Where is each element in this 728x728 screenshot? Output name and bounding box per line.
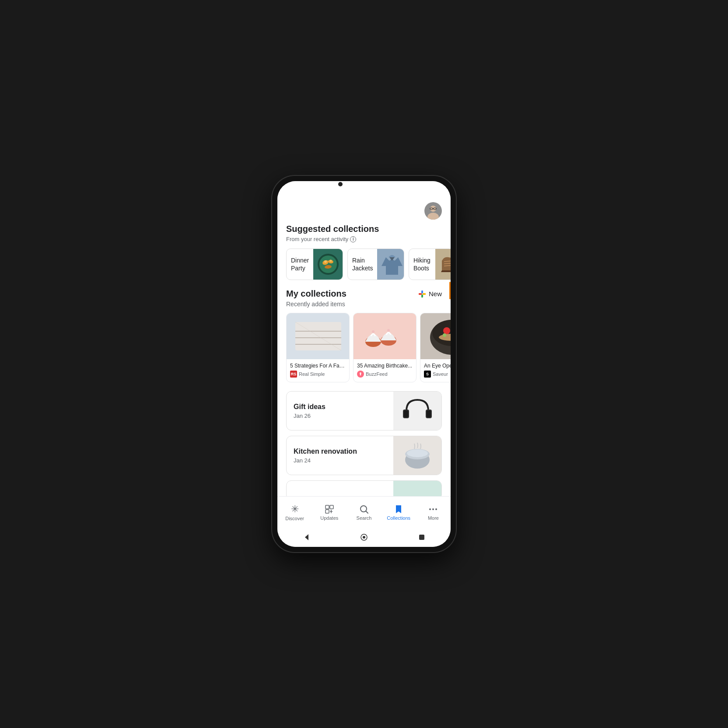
nav-search[interactable]: Search (346, 500, 381, 522)
nav-updates[interactable]: Updates (312, 500, 346, 522)
svg-rect-42 (393, 391, 441, 430)
nav-discover[interactable]: ✳ Discover (277, 500, 312, 523)
my-collections-header: My collections New (277, 289, 451, 299)
svg-point-12 (324, 260, 327, 263)
nav-collections[interactable]: Collections (382, 500, 416, 522)
svg-rect-46 (427, 410, 431, 417)
nav-label-search: Search (357, 515, 372, 521)
item-source-3: S Saveur (424, 371, 451, 378)
rs-badge: RS (290, 371, 297, 378)
svg-point-57 (429, 508, 431, 510)
svg-point-62 (363, 536, 365, 539)
collection-info-kitchen: Kitchen renovation Jan 24 (287, 441, 393, 471)
plus-icon (417, 289, 427, 299)
item-card-3[interactable]: An Eye Openin... S Saveur (420, 313, 451, 382)
saveur-badge: S (424, 371, 431, 378)
item-card-2[interactable]: 35 Amazing Birthcake... ⬆ BuzzFeed (353, 313, 416, 382)
chip-label-rain: Rain Jackets (348, 256, 377, 272)
item-card-info-3: An Eye Openin... S Saveur (420, 359, 451, 382)
source-name-2: BuzzFeed (366, 371, 388, 377)
item-source-2: ⬆ BuzzFeed (357, 371, 413, 378)
svg-rect-63 (419, 535, 424, 540)
nav-label-updates: Updates (320, 515, 338, 521)
chip-image-hiking (435, 248, 451, 280)
chip-label: Dinner Party (287, 256, 313, 272)
item-card-info-2: 35 Amazing Birthcake... ⬆ BuzzFeed (354, 359, 416, 382)
new-label: New (429, 290, 442, 298)
svg-rect-27 (295, 344, 341, 345)
source-name-1: Real Simple (299, 371, 325, 377)
nav-more[interactable]: More (416, 500, 451, 522)
svg-rect-25 (295, 331, 341, 332)
suggested-collections-section: Suggested collections From your recent a… (277, 224, 451, 289)
collection-thumb-gift (393, 391, 441, 430)
svg-rect-54 (326, 510, 329, 513)
suggested-title: Suggested collections (277, 224, 451, 234)
discover-icon: ✳ (291, 504, 299, 515)
collection-thumb-partial (393, 480, 441, 496)
collection-gift-ideas[interactable]: Gift ideas Jan 26 (286, 391, 442, 430)
back-button[interactable] (302, 533, 311, 542)
my-collections-title: My collections (286, 289, 346, 299)
nav-label-discover: Discover (285, 516, 304, 521)
svg-point-33 (387, 329, 390, 332)
updates-icon (324, 504, 335, 514)
chip-hiking-boots[interactable]: Hiking Boots (409, 248, 451, 280)
svg-rect-20 (421, 294, 423, 298)
home-button[interactable] (360, 533, 368, 542)
svg-rect-21 (419, 293, 422, 295)
chips-scroll: Dinner Party (277, 248, 451, 289)
item-image-2 (354, 313, 416, 359)
phone-screen: Suggested collections From your recent a… (277, 181, 451, 547)
item-title-3: An Eye Openin... (424, 363, 451, 369)
more-icon (428, 504, 438, 514)
new-collection-button[interactable]: New (417, 289, 442, 299)
item-source-1: RS Real Simple (290, 371, 346, 378)
chip-label-hiking: Hiking Boots (409, 256, 435, 272)
svg-marker-60 (305, 534, 308, 540)
chip-dinner-party[interactable]: Dinner Party (286, 248, 343, 280)
suggested-subtitle: From your recent activity i (277, 236, 451, 242)
svg-line-56 (366, 511, 368, 513)
svg-rect-51 (393, 480, 441, 496)
item-title-2: 35 Amazing Birthcake... (357, 363, 413, 369)
system-nav (277, 528, 451, 547)
search-icon (359, 504, 369, 514)
svg-point-13 (330, 260, 332, 262)
collection-partial[interactable] (286, 480, 442, 496)
svg-point-50 (407, 449, 428, 457)
svg-rect-19 (421, 290, 423, 294)
svg-rect-53 (330, 505, 333, 509)
item-card-1[interactable]: 5 Strategies For A Fab... RS Real Simple (286, 313, 350, 382)
collection-kitchen[interactable]: Kitchen renovation Jan 24 (286, 436, 442, 475)
svg-point-37 (443, 327, 450, 334)
svg-point-40 (443, 333, 446, 337)
nav-label-collections: Collections (387, 515, 410, 521)
header (277, 193, 451, 224)
item-image-1 (287, 313, 350, 359)
svg-point-8 (319, 256, 337, 273)
phone-device: Suggested collections From your recent a… (272, 176, 456, 552)
chip-image-rain (377, 248, 404, 280)
svg-point-58 (432, 508, 434, 510)
svg-point-32 (372, 330, 374, 333)
nav-label-more: More (428, 515, 439, 521)
chip-rain-jackets[interactable]: Rain Jackets (347, 248, 404, 280)
avatar[interactable] (424, 202, 442, 220)
collection-date-kitchen: Jan 24 (294, 457, 386, 464)
collections-icon (393, 504, 404, 514)
screen-content: Suggested collections From your recent a… (277, 193, 451, 496)
status-bar (277, 181, 451, 193)
svg-rect-26 (295, 337, 341, 338)
info-icon[interactable]: i (350, 236, 356, 242)
collection-date-gift: Jan 26 (294, 413, 386, 419)
camera-dot (338, 182, 343, 186)
item-card-info-1: 5 Strategies For A Fab... RS Real Simple (287, 359, 349, 382)
collection-name-gift: Gift ideas (294, 403, 386, 411)
recently-added-label: Recently added items (277, 301, 451, 308)
my-collections-section: My collections New Recently added items (277, 289, 451, 496)
recents-button[interactable] (417, 533, 426, 542)
svg-rect-52 (326, 505, 329, 509)
item-image-3 (420, 313, 451, 359)
scrollbar-indicator (449, 282, 451, 299)
